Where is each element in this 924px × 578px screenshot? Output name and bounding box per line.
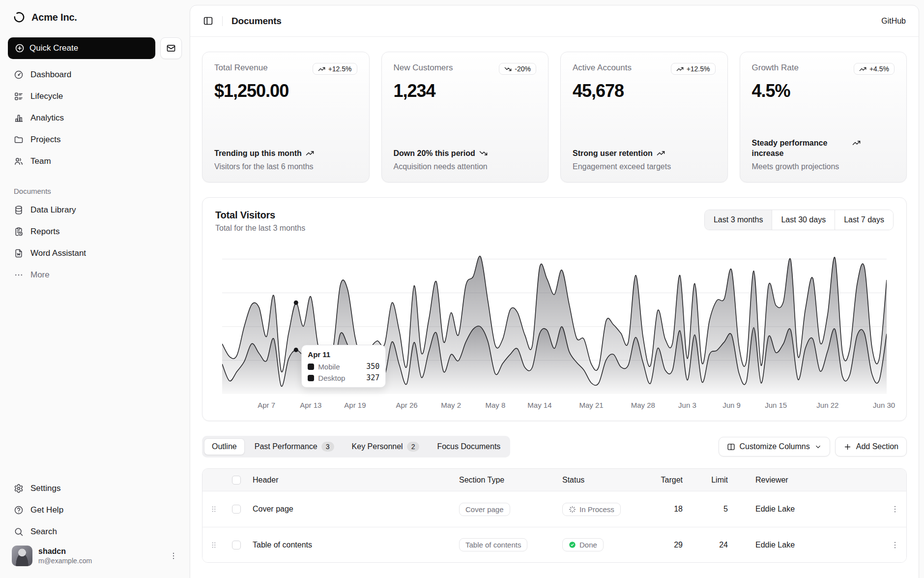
- plus-icon: [843, 443, 852, 451]
- column-header: Reviewer: [739, 476, 865, 485]
- sidebar-item-dashboard[interactable]: Dashboard: [8, 64, 182, 86]
- sidebar-item-search[interactable]: Search: [8, 521, 182, 543]
- chart-tooltip: Apr 11 Mobile 350 Desktop 327: [301, 345, 386, 388]
- trending-up-icon: [852, 139, 861, 147]
- trend-badge: +12.5%: [671, 63, 716, 75]
- x-tick: Jun 30: [873, 401, 895, 409]
- limit-cell[interactable]: 24: [693, 541, 739, 549]
- main-panel: Documents GitHub Total Revenue +12.5% $1…: [190, 5, 919, 578]
- card-title: Active Accounts: [573, 63, 632, 73]
- dashboard-icon: [14, 70, 24, 80]
- tooltip-series-label: Mobile: [318, 363, 340, 371]
- user-menu[interactable]: shadcn m@example.com: [8, 543, 182, 569]
- sidebar-item-label: Dashboard: [30, 70, 71, 80]
- card-footer-bold: Strong user retention: [573, 148, 653, 159]
- card-value: 45,678: [573, 81, 716, 101]
- sidebar-item-settings[interactable]: Settings: [8, 478, 182, 499]
- sidebar-item-label: Search: [30, 527, 57, 537]
- sidebar-toggle-button[interactable]: [203, 16, 213, 26]
- trending-up-icon: [859, 65, 866, 73]
- sidebar-item-analytics[interactable]: Analytics: [8, 107, 182, 129]
- avatar: [12, 546, 32, 566]
- documents-nav: Data Library Reports Word Assistant: [8, 199, 182, 286]
- target-cell[interactable]: 18: [653, 505, 693, 514]
- reviewer-cell[interactable]: Eddie Lake: [739, 505, 865, 514]
- reviewer-cell[interactable]: Eddie Lake: [739, 541, 865, 549]
- select-all-checkbox[interactable]: [232, 476, 241, 485]
- sidebar-item-projects[interactable]: Projects: [8, 129, 182, 151]
- range-option-last-3-months[interactable]: Last 3 months: [705, 210, 772, 230]
- sidebar-item-word-assistant[interactable]: Word Assistant: [8, 243, 182, 264]
- customize-columns-label: Customize Columns: [740, 442, 810, 451]
- sidebar-item-more[interactable]: More: [8, 264, 182, 286]
- trending-up-icon: [676, 65, 684, 73]
- tab-key-personnel[interactable]: Key Personnel 2: [344, 438, 428, 456]
- x-tick: May 2: [441, 401, 461, 409]
- card-value: 4.5%: [752, 81, 895, 101]
- range-option-last-7-days[interactable]: Last 7 days: [835, 210, 893, 230]
- tab-focus-documents[interactable]: Focus Documents: [429, 438, 508, 455]
- database-icon: [14, 205, 24, 215]
- ellipsis-icon: [14, 270, 24, 280]
- section-type-badge: Cover page: [459, 503, 510, 516]
- limit-cell[interactable]: 5: [693, 505, 739, 514]
- column-header: Limit: [693, 476, 739, 485]
- x-tick: Jun 9: [722, 401, 741, 409]
- tab-count-badge: 2: [407, 442, 420, 452]
- range-option-last-30-days[interactable]: Last 30 days: [772, 210, 835, 230]
- table-row-table-of-contents[interactable]: Table of contents Table of contents Done…: [202, 527, 906, 562]
- dots-vertical-icon: [891, 505, 899, 514]
- card-total-revenue: Total Revenue +12.5% $1,250.00 Trending …: [202, 52, 370, 183]
- sidebar-item-reports[interactable]: Reports: [8, 221, 182, 243]
- card-footer-muted: Engagement exceed targets: [573, 162, 716, 171]
- quick-create-button[interactable]: Quick Create: [8, 37, 155, 59]
- documents-section-label: Documents: [8, 187, 182, 195]
- inbox-button[interactable]: [160, 37, 182, 59]
- user-name: shadcn: [38, 547, 163, 556]
- section-toolbar: Outline Past Performance 3 Key Personnel…: [202, 436, 907, 457]
- x-tick: Apr 19: [344, 401, 366, 409]
- sidebar-item-get-help[interactable]: Get Help: [8, 499, 182, 521]
- desktop-series-swatch: [308, 375, 314, 381]
- tab-outline[interactable]: Outline: [204, 438, 245, 455]
- sidebar-item-team[interactable]: Team: [8, 151, 182, 172]
- tooltip-series-value: 350: [366, 362, 379, 371]
- sidebar-item-lifecycle[interactable]: Lifecycle: [8, 86, 182, 107]
- trend-badge-value: +4.5%: [869, 65, 889, 73]
- status-badge: In Process: [562, 503, 621, 516]
- row-checkbox[interactable]: [232, 505, 241, 514]
- column-header: Section Type: [459, 476, 562, 485]
- status-badge: Done: [562, 538, 604, 551]
- drag-handle-icon[interactable]: [209, 541, 229, 549]
- drag-handle-icon[interactable]: [209, 505, 229, 514]
- tab-label: Past Performance: [255, 442, 318, 451]
- row-menu-button[interactable]: [889, 539, 901, 551]
- report-icon: [14, 227, 24, 237]
- chart-area[interactable]: Apr 11 Mobile 350 Desktop 327 Apr 7 Apr …: [215, 252, 894, 412]
- customize-columns-button[interactable]: Customize Columns: [719, 437, 830, 456]
- tab-past-performance[interactable]: Past Performance 3: [247, 438, 342, 456]
- help-icon: [14, 505, 24, 515]
- analytics-icon: [14, 113, 24, 123]
- total-visitors-card: Total Visitors Total for the last 3 mont…: [202, 197, 907, 421]
- sidebar-item-label: Reports: [30, 227, 60, 237]
- page-title: Documents: [231, 16, 282, 27]
- column-header: Target: [653, 476, 693, 485]
- row-checkbox[interactable]: [232, 541, 241, 549]
- brand[interactable]: Acme Inc.: [8, 7, 182, 28]
- github-link[interactable]: GitHub: [881, 17, 906, 26]
- target-cell[interactable]: 29: [653, 541, 693, 549]
- chart-subtitle: Total for the last 3 months: [215, 224, 305, 233]
- chevron-down-icon: [814, 443, 822, 451]
- card-active-accounts: Active Accounts +12.5% 45,678 Strong use…: [560, 52, 728, 183]
- card-footer-muted: Acquisition needs attention: [394, 162, 537, 171]
- add-section-button[interactable]: Add Section: [835, 437, 907, 456]
- trend-badge: +12.5%: [313, 63, 357, 75]
- row-menu-button[interactable]: [889, 503, 901, 516]
- trending-up-icon: [657, 149, 665, 157]
- table-row-cover-page[interactable]: Cover page Cover page In Process 18 5 Ed…: [202, 491, 906, 527]
- x-tick: Apr 7: [258, 401, 275, 409]
- status-label: Done: [579, 541, 597, 549]
- acme-logo-icon: [13, 11, 26, 24]
- sidebar-item-data-library[interactable]: Data Library: [8, 199, 182, 221]
